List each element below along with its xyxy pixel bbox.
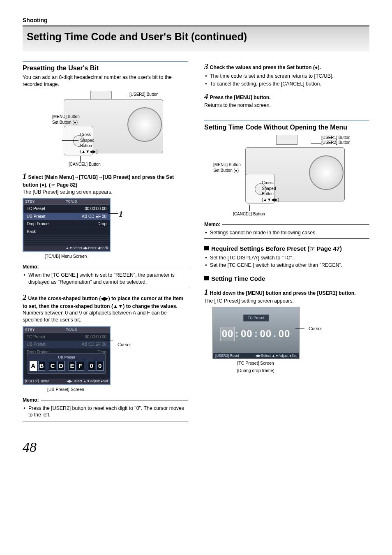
tc-preset-screenshot: TC Preset 00: 00: 00. 00 [USER2] Reset ◀… <box>212 304 300 373</box>
memo-2: Memo: Press the [USER2] button to reset … <box>23 397 188 421</box>
memo-1: Memo: When the [TC GENE.] switch is set … <box>23 264 188 288</box>
step-1-after: The [UB Preset] setting screen appears. <box>23 189 188 196</box>
intro-text: You can add an 8-digit hexadecimal numbe… <box>23 74 188 88</box>
section-heading: Setting Time Code Without Opening the Me… <box>204 123 369 132</box>
step-1: 1Select [Main Menu]→[TC/UB]→[UB Preset] … <box>23 171 188 188</box>
cursor-label: Cursor <box>118 342 131 348</box>
menu-caption: [TC/UB] Menu Screen <box>23 253 109 259</box>
step-3: 3Check the values and press the Set butt… <box>204 61 369 72</box>
label-cancel: [CANCEL] Button <box>69 162 101 167</box>
page-number: 48 <box>23 438 369 457</box>
menu-screenshot-wrap: STBY TC/UB TC Preset00:00:00.00 UB Prese… <box>23 195 111 259</box>
label-menu: [MENU] Button <box>213 162 241 168</box>
accent-rule <box>23 61 188 62</box>
camera-diagram: [USER2] Button [MENU] Button Set Button … <box>23 91 188 167</box>
memo-3: Memo: Settings cannot be made in the fol… <box>204 221 369 239</box>
breadcrumb: Shooting <box>23 16 369 25</box>
section-heading: Presetting the User's Bit <box>23 64 188 73</box>
camera-diagram-2: [USER1] Button [USER2] Button [MENU] But… <box>204 135 369 217</box>
label-cross: Cross- Shaped Button (▲▼◀▶) <box>262 180 279 202</box>
label-user2: [USER2] Button <box>321 140 350 146</box>
page-title: Setting Time Code and User's Bit (contin… <box>27 30 365 44</box>
tcub-menu-screenshot: STBY TC/UB TC Preset00:00:00.00 UB Prese… <box>23 198 111 252</box>
ub-caption: [UB Preset] Screen <box>23 386 109 392</box>
subheading-required: Required Settings Before Preset (☞ Page … <box>204 245 369 253</box>
tc-caption-2: (During drop frame) <box>212 368 299 373</box>
tc-caption-1: [TC Preset] Screen <box>212 360 299 366</box>
label-set: Set Button (●) <box>213 168 239 173</box>
callout-1: 1 <box>119 209 123 220</box>
step-2-after: Numbers between 0 and 9 or alphabets bet… <box>23 310 188 323</box>
step3-bullet: The time code is set and the screen retu… <box>210 73 369 80</box>
title-block: Setting Time Code and User's Bit (contin… <box>23 26 369 51</box>
req-bullet: Set the [TC GENE.] switch to settings ot… <box>210 262 369 269</box>
stc-step-1: 1Hold down the [MENU] button and press t… <box>204 287 369 298</box>
stc-step-1-after: The [TC Preset] setting screen appears. <box>204 298 369 305</box>
step-4: 4Press the [MENU] button. <box>204 91 369 102</box>
label-cancel: [CANCEL] Button <box>233 211 265 217</box>
cursor-label: Cursor <box>309 326 322 332</box>
label-cross: Cross- Shaped Button (▲▼◀▶) <box>80 132 97 154</box>
right-column: 3Check the values and press the Set butt… <box>204 61 369 421</box>
subheading-setting-tc: Setting Time Code <box>204 275 369 283</box>
left-column: Presetting the User's Bit You can add an… <box>23 61 188 421</box>
step3-bullet: To cancel the setting, press the [CANCEL… <box>210 81 369 88</box>
ub-preset-screenshot: STBY TC/UB TC Preset00:00:00.00 UB Prese… <box>23 324 111 392</box>
req-bullet: Set the [TC DISPLAY] switch to "TC". <box>210 254 369 261</box>
label-user2: [USER2] Button <box>129 92 159 97</box>
step-4-after: Returns to the normal screen. <box>204 102 369 109</box>
label-set: Set Button (●) <box>52 120 78 125</box>
label-menu: [MENU] Button <box>52 114 80 120</box>
step-2: 2Use the cross-shaped button (◀▶) to pla… <box>23 292 188 310</box>
